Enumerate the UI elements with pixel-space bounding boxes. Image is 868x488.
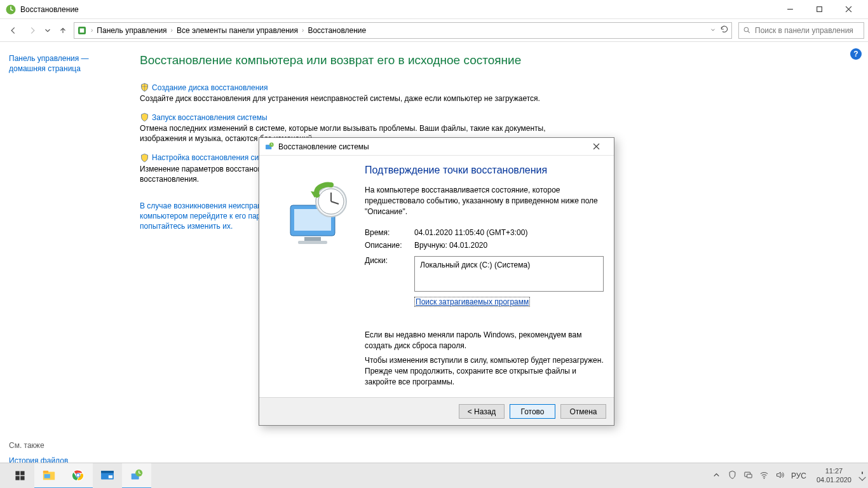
- svg-rect-25: [20, 476, 24, 480]
- finish-button[interactable]: Готово: [510, 404, 555, 419]
- chevron-right-icon: ›: [91, 27, 93, 34]
- svg-rect-24: [15, 476, 19, 480]
- taskbar-clock[interactable]: 11:27 04.01.2020: [817, 467, 851, 484]
- shield-icon: [140, 153, 149, 163]
- svg-rect-6: [80, 28, 85, 32]
- shield-icon: [140, 112, 149, 122]
- dialog-button-bar: < Назад Готово Отмена: [259, 397, 614, 425]
- dialog-title: Восстановление системы: [278, 142, 369, 151]
- control-panel-home-link[interactable]: Панель управления — домашняя страница: [9, 53, 125, 74]
- back-button[interactable]: [5, 22, 22, 39]
- chevron-right-icon: ›: [171, 27, 173, 34]
- navigation-bar: › Панель управления › Все элементы панел…: [0, 19, 868, 42]
- window-title: Восстановление: [20, 5, 79, 14]
- dialog-heading: Подтверждение точки восстановления: [365, 165, 604, 176]
- clock-date: 04.01.2020: [817, 476, 851, 484]
- breadcrumb[interactable]: Все элементы панели управления: [177, 26, 298, 35]
- svg-point-31: [77, 473, 80, 477]
- disk-item: Локальный диск (C:) (Система): [420, 261, 598, 269]
- address-icon: [77, 25, 87, 36]
- breadcrumb[interactable]: Панель управления: [97, 26, 166, 35]
- shield-icon: [140, 83, 149, 92]
- svg-rect-23: [20, 471, 24, 475]
- search-input[interactable]: Поиск в панели управления: [738, 22, 864, 39]
- help-icon[interactable]: ?: [850, 48, 862, 60]
- system-tray: РУС 11:27 04.01.2020: [712, 467, 863, 484]
- create-recovery-drive-link[interactable]: Создание диска восстановления: [140, 83, 572, 92]
- svg-rect-38: [747, 474, 752, 478]
- svg-rect-2: [817, 7, 822, 12]
- svg-rect-15: [304, 237, 321, 241]
- scan-affected-programs-link[interactable]: Поиск затрагиваемых программ: [414, 297, 530, 307]
- option-title: Запуск восстановления системы: [152, 113, 268, 122]
- page-title: Восстановление компьютера или возврат ег…: [140, 53, 855, 67]
- close-button[interactable]: [834, 0, 863, 19]
- address-dropdown-icon[interactable]: [710, 26, 716, 35]
- disks-list: Локальный диск (C:) (Система): [414, 256, 604, 292]
- tray-overflow-icon[interactable]: [712, 470, 721, 481]
- svg-rect-28: [44, 474, 50, 478]
- svg-point-39: [764, 478, 765, 479]
- time-value: 04.01.2020 11:05:40 (GMT+3:00): [414, 228, 604, 237]
- system-restore-dialog: Восстановление системы: [259, 137, 614, 426]
- see-also-label: См. также: [9, 441, 68, 450]
- window-titlebar: Восстановление: [0, 0, 868, 19]
- dialog-note: Если вы недавно меняли пароль Windows, р…: [365, 330, 604, 351]
- volume-icon[interactable]: [775, 470, 785, 481]
- svg-line-8: [748, 31, 750, 33]
- dialog-note: Чтобы изменения вступили в силу, компьют…: [365, 355, 604, 387]
- time-label: Время:: [365, 228, 414, 237]
- forward-button[interactable]: [24, 22, 41, 39]
- svg-rect-34: [109, 475, 112, 478]
- language-indicator[interactable]: РУС: [791, 471, 806, 480]
- minimize-button[interactable]: [775, 0, 804, 19]
- start-button[interactable]: [5, 463, 34, 489]
- taskbar-chrome-icon[interactable]: [64, 463, 93, 489]
- wifi-icon[interactable]: [759, 470, 769, 481]
- clock-time: 11:27: [817, 467, 851, 475]
- option-title: Создание диска восстановления: [152, 83, 268, 92]
- chevron-right-icon: ›: [302, 27, 304, 34]
- dialog-intro: На компьютере восстанавливается состояни…: [365, 185, 604, 217]
- svg-rect-16: [298, 241, 327, 244]
- description-label: Описание:: [365, 241, 414, 250]
- security-icon[interactable]: [728, 470, 737, 481]
- taskbar-explorer-icon[interactable]: [34, 463, 64, 489]
- option-desc: Создайте диск восстановления для устране…: [140, 93, 572, 104]
- search-placeholder: Поиск в панели управления: [755, 26, 853, 35]
- system-restore-icon: [264, 142, 275, 152]
- svg-rect-27: [43, 470, 48, 473]
- up-button[interactable]: [55, 22, 71, 39]
- taskbar-app-icon[interactable]: [93, 463, 122, 489]
- description-value: Вручную: 04.01.2020: [414, 241, 604, 250]
- svg-rect-33: [101, 470, 114, 473]
- open-system-restore-link[interactable]: Запуск восстановления системы: [140, 112, 572, 122]
- taskbar[interactable]: РУС 11:27 04.01.2020: [0, 463, 868, 488]
- recovery-icon: [5, 4, 17, 15]
- recent-dropdown[interactable]: [43, 22, 52, 39]
- maximize-button[interactable]: [804, 0, 834, 19]
- cancel-button[interactable]: Отмена: [560, 404, 606, 419]
- sidebar: Панель управления — домашняя страница См…: [0, 42, 133, 488]
- network-icon[interactable]: [743, 470, 753, 481]
- back-button[interactable]: < Назад: [459, 404, 505, 419]
- breadcrumb[interactable]: Восстановление: [308, 26, 366, 35]
- dialog-titlebar[interactable]: Восстановление системы: [259, 138, 614, 156]
- svg-rect-22: [15, 471, 19, 475]
- search-icon: [743, 26, 751, 34]
- address-bar[interactable]: › Панель управления › Все элементы панел…: [74, 22, 732, 39]
- dialog-illustration: [269, 165, 365, 391]
- disks-label: Диски:: [365, 256, 414, 292]
- dialog-close-button[interactable]: [583, 140, 609, 154]
- taskbar-system-restore-icon[interactable]: [122, 463, 151, 489]
- svg-point-7: [744, 27, 749, 32]
- action-center-icon[interactable]: [862, 472, 863, 480]
- refresh-button[interactable]: [720, 25, 729, 36]
